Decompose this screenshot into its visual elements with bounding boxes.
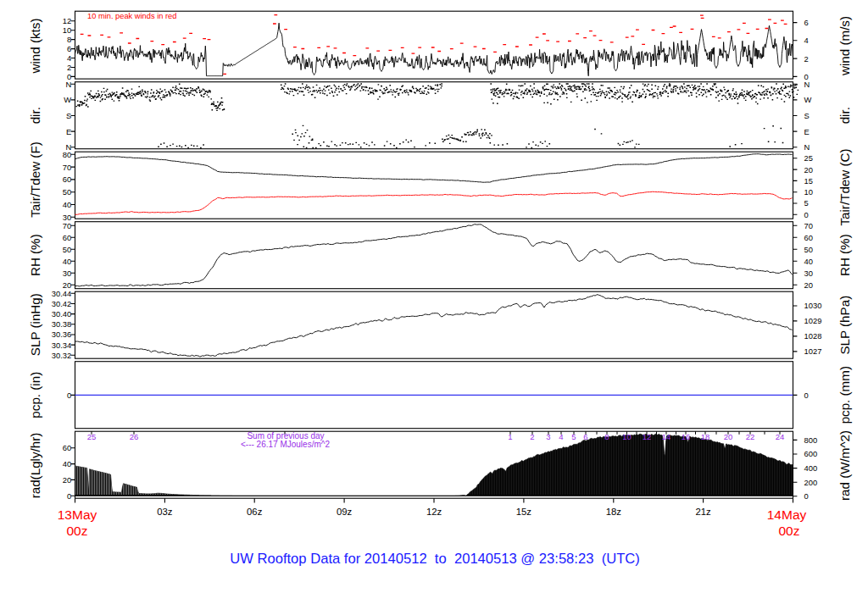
svg-text:21z: 21z xyxy=(695,507,711,517)
svg-text:dir.: dir. xyxy=(28,107,42,124)
svg-text:30.42: 30.42 xyxy=(52,299,71,308)
svg-text:UW Rooftop Data for 20140512: UW Rooftop Data for 20140512 to 20140513… xyxy=(230,551,640,567)
svg-text:800: 800 xyxy=(804,435,818,445)
svg-text:14: 14 xyxy=(662,432,671,441)
svg-text:5: 5 xyxy=(571,432,576,441)
svg-text:rad(Lgly/hr): rad(Lgly/hr) xyxy=(28,433,42,499)
svg-text:15z: 15z xyxy=(516,507,532,517)
svg-text:0: 0 xyxy=(804,210,809,219)
svg-text:dir.: dir. xyxy=(837,107,852,124)
svg-text:50: 50 xyxy=(63,187,71,197)
svg-text:10: 10 xyxy=(622,432,632,441)
svg-text:13May: 13May xyxy=(58,507,97,522)
svg-text:12z: 12z xyxy=(426,507,442,517)
svg-text:30.44: 30.44 xyxy=(52,289,71,298)
svg-text:20: 20 xyxy=(63,475,71,485)
svg-text:N: N xyxy=(65,80,71,89)
svg-text:0: 0 xyxy=(67,491,71,501)
svg-text:1029: 1029 xyxy=(804,316,822,325)
svg-text:26: 26 xyxy=(130,432,139,441)
svg-text:40: 40 xyxy=(63,459,71,468)
svg-text:400: 400 xyxy=(804,463,818,473)
svg-text:30.34: 30.34 xyxy=(52,341,71,350)
svg-text:200: 200 xyxy=(804,478,818,487)
svg-text:40: 40 xyxy=(63,257,71,266)
svg-text:0: 0 xyxy=(67,391,71,400)
svg-text:30.38: 30.38 xyxy=(52,319,71,329)
svg-text:18z: 18z xyxy=(606,507,622,517)
svg-text:25: 25 xyxy=(87,432,97,441)
svg-text:10: 10 xyxy=(804,187,813,197)
svg-text:RH (%): RH (%) xyxy=(28,234,42,276)
svg-text:16: 16 xyxy=(682,432,691,441)
svg-text:pcp. (in): pcp. (in) xyxy=(28,372,42,418)
svg-text:3: 3 xyxy=(546,432,550,441)
svg-text:40: 40 xyxy=(63,200,71,209)
svg-text:E: E xyxy=(804,127,810,136)
svg-text:20: 20 xyxy=(804,165,813,175)
svg-text:70: 70 xyxy=(63,163,71,172)
svg-text:1028: 1028 xyxy=(804,331,822,341)
svg-text:09z: 09z xyxy=(337,507,353,517)
svg-text:30: 30 xyxy=(804,269,813,278)
svg-text:70: 70 xyxy=(804,221,813,230)
svg-text:6: 6 xyxy=(67,44,71,53)
svg-text:1027: 1027 xyxy=(804,346,822,356)
svg-text:15: 15 xyxy=(804,176,813,186)
svg-text:rad (W/m^2): rad (W/m^2) xyxy=(837,430,852,501)
svg-text:40: 40 xyxy=(804,257,813,266)
svg-text:03z: 03z xyxy=(157,507,173,517)
svg-text:24: 24 xyxy=(776,432,785,441)
svg-text:wind (kts): wind (kts) xyxy=(28,19,42,75)
svg-text:4: 4 xyxy=(804,36,809,45)
svg-text:E: E xyxy=(66,127,71,136)
svg-text:8: 8 xyxy=(604,432,609,441)
svg-text:80: 80 xyxy=(63,150,71,159)
svg-text:60: 60 xyxy=(804,233,813,242)
svg-text:S: S xyxy=(66,111,71,120)
svg-text:00z: 00z xyxy=(779,524,800,538)
svg-text:<--- 26.17 MJoules/m^2: <--- 26.17 MJoules/m^2 xyxy=(241,440,330,449)
svg-text:5: 5 xyxy=(804,198,809,208)
svg-text:60: 60 xyxy=(63,233,71,242)
svg-text:06z: 06z xyxy=(247,507,263,517)
svg-text:2: 2 xyxy=(67,63,71,72)
svg-text:pcp. (mm): pcp. (mm) xyxy=(837,366,852,424)
svg-text:60: 60 xyxy=(63,443,71,452)
svg-text:600: 600 xyxy=(804,449,818,458)
svg-text:20: 20 xyxy=(724,432,733,441)
svg-text:60: 60 xyxy=(63,175,71,184)
svg-text:wind (m/s): wind (m/s) xyxy=(837,16,852,76)
svg-text:20: 20 xyxy=(804,280,813,290)
svg-text:1: 1 xyxy=(508,432,512,441)
svg-text:10 min. peak winds in red: 10 min. peak winds in red xyxy=(87,12,176,20)
svg-text:2: 2 xyxy=(530,432,534,441)
svg-text:SLP (hPa): SLP (hPa) xyxy=(837,296,852,355)
svg-text:30.40: 30.40 xyxy=(52,309,71,319)
svg-text:6: 6 xyxy=(804,18,809,27)
svg-text:Tair/Tdew (C): Tair/Tdew (C) xyxy=(837,148,852,225)
svg-text:1030: 1030 xyxy=(804,301,822,310)
svg-text:50: 50 xyxy=(804,245,813,254)
svg-text:N: N xyxy=(804,142,810,152)
svg-text:W: W xyxy=(64,95,71,104)
svg-text:Tair/Tdew (F): Tair/Tdew (F) xyxy=(28,141,42,217)
svg-text:25: 25 xyxy=(804,153,813,163)
svg-text:2: 2 xyxy=(804,54,809,64)
svg-text:0: 0 xyxy=(804,491,809,501)
svg-text:W: W xyxy=(804,95,812,104)
svg-text:22: 22 xyxy=(746,432,755,441)
svg-text:00z: 00z xyxy=(67,524,88,538)
svg-text:N: N xyxy=(804,80,810,89)
svg-text:70: 70 xyxy=(63,221,71,230)
svg-text:RH (%): RH (%) xyxy=(837,234,852,276)
svg-text:10: 10 xyxy=(63,25,71,35)
svg-text:4: 4 xyxy=(559,432,563,441)
svg-text:30: 30 xyxy=(63,269,71,278)
svg-text:12: 12 xyxy=(63,16,71,25)
svg-text:0: 0 xyxy=(804,391,809,400)
svg-text:8: 8 xyxy=(67,35,71,44)
svg-text:30.36: 30.36 xyxy=(52,330,71,339)
svg-text:30.32: 30.32 xyxy=(52,351,71,360)
svg-text:4: 4 xyxy=(67,53,71,63)
